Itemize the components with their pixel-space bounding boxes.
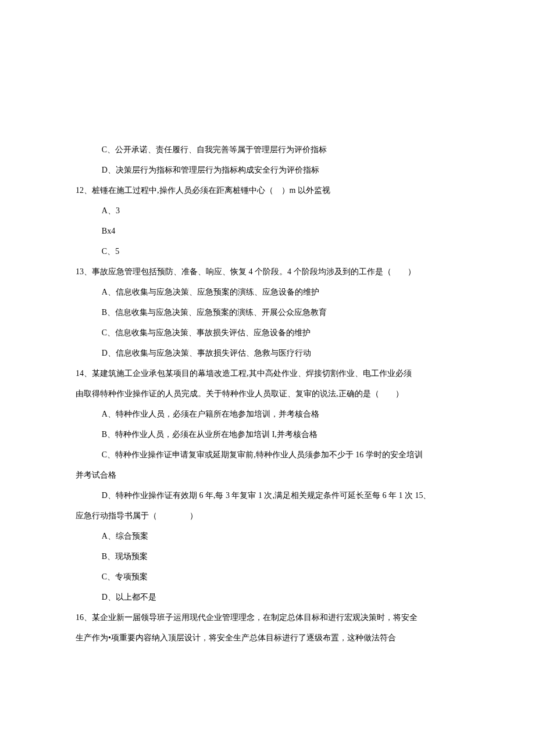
text-line: 并考试合格: [76, 465, 459, 485]
text-line: D、信息收集与应急决策、事故损失评估、急救与医疗行动: [76, 343, 459, 363]
text-line: A、特种作业人员，必须在户籍所在地参加培训，并考核合格: [76, 404, 459, 424]
document-page: C、公开承诺、责任履行、自我完善等属于管理层行为评价指标D、决策层行为指标和管理…: [0, 0, 535, 756]
text-line: 应急行动指导书属于（ ）: [76, 506, 459, 526]
text-line: 13、事故应急管理包括预防、准备、响应、恢复 4 个阶段。4 个阶段均涉及到的工…: [76, 261, 459, 282]
text-line: 生产作为•项重要内容纳入顶层设计，将安全生产总体目标进行了逐级布置，这种做法符合: [76, 628, 459, 648]
text-line: 16、某企业新一届领导班子运用现代企业管理理念，在制定总体目标和进行宏观决策时，…: [76, 607, 459, 628]
text-line: A、综合预案: [76, 526, 459, 546]
text-line: 由取得特种作业操作证的人员完成。关于特种作业人员取证、复审的说法,正确的是（ ）: [76, 384, 459, 404]
text-line: B、特种作业人员，必须在从业所在地参加培训 I,并考核合格: [76, 424, 459, 445]
text-line: B、信息收集与应急决策、应急预案的演练、开展公众应急教育: [76, 302, 459, 323]
text-line: A、3: [76, 200, 459, 221]
text-line: C、5: [76, 241, 459, 261]
text-line: C、特种作业操作证申请复审或延期复审前,特种作业人员须参加不少于 16 学时的安…: [76, 445, 459, 465]
text-line: C、公开承诺、责任履行、自我完善等属于管理层行为评价指标: [76, 139, 459, 160]
text-line: Bx4: [76, 221, 459, 241]
text-line: 14、某建筑施工企业承包某项目的幕墙改造工程,其中高处作业、焊接切割作业、电工作…: [76, 363, 459, 384]
text-line: D、特种作业操作证有效期 6 年,每 3 年复审 1 次,满足相关规定条件可延长…: [76, 485, 459, 506]
text-line: B、现场预案: [76, 546, 459, 567]
text-line: D、以上都不是: [76, 587, 459, 607]
text-line: 12、桩锤在施工过程中,操作人员必须在距离桩锤中心（ ）m 以外监视: [76, 180, 459, 200]
text-line: C、信息收集与应急决策、事故损失评估、应急设备的维护: [76, 323, 459, 343]
text-line: C、专项预案: [76, 567, 459, 587]
text-line: A、信息收集与应急决策、应急预案的演练、应急设备的维护: [76, 282, 459, 302]
text-line: D、决策层行为指标和管理层行为指标构成安全行为评价指标: [76, 160, 459, 180]
